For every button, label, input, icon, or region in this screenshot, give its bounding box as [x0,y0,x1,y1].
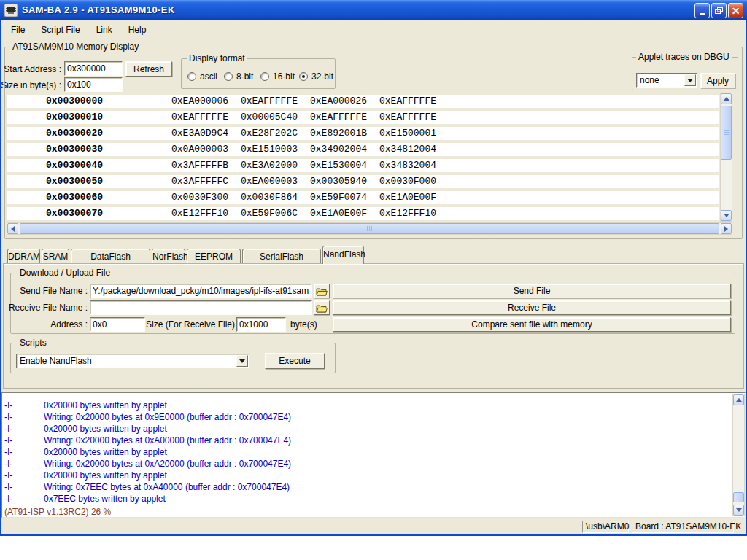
scrollbar-thumb[interactable] [20,223,719,234]
tab-dataflash[interactable]: DataFlash AT45DB/DCB [71,249,150,264]
radio-16-bit[interactable]: 16-bit [260,71,295,82]
send-file-name-label: Send File Name : [6,286,88,296]
status-bar: \usb\ARM0 Board : AT91SAM9M10-EK [1,519,746,534]
folder-open-icon [316,303,328,313]
memory-vertical-scrollbar[interactable] [720,93,732,222]
tab-norflash[interactable]: NorFlash [152,249,185,264]
radio-16bit-circle-icon [260,72,269,81]
scripts-legend: Scripts [18,338,49,348]
compare-file-button[interactable]: Compare sent file with memory [333,317,731,332]
apply-button[interactable]: Apply [700,73,735,88]
menu-item-link[interactable]: Link [88,22,120,38]
browse-receive-file-button[interactable] [314,300,330,315]
scroll-right-button[interactable] [721,223,732,234]
chevron-down-icon [239,359,245,363]
log-console: -I-0x20000 bytes written by applet -I-Wr… [1,392,746,518]
close-button[interactable]: ✕ [728,3,743,18]
receive-file-button[interactable]: Receive File [333,300,731,315]
scroll-up-button[interactable] [721,93,732,104]
send-file-name-input[interactable] [90,284,312,298]
applet-traces-value: none [640,75,659,85]
arrow-down-icon [736,508,742,512]
scroll-down-button[interactable] [721,210,732,221]
memory-horizontal-scrollbar[interactable] [7,222,732,235]
applet-traces-combobox[interactable]: none [636,73,697,88]
size-in-bytes-input[interactable] [64,77,123,92]
menu-item-script-file[interactable]: Script File [33,22,88,38]
size-for-receive-label: Size (For Receive File) : [146,319,233,330]
receive-file-name-label: Receive File Name : [6,303,88,313]
log-vertical-scrollbar[interactable] [732,394,745,516]
scripts-dropdown-button[interactable] [236,355,248,367]
table-row: 0x00300050 0x3AFFFFFC 0xEA000003 0x00305… [7,175,719,188]
table-row: 0x00300060 0x0030F300 0x0030F864 0xE59F0… [7,191,719,204]
window-border [0,534,747,536]
window-title: SAM-BA 2.9 - AT91SAM9M10-EK [22,0,175,20]
table-row: 0x00300040 0x3AFFFFFB 0xE3A02000 0xE1530… [7,159,719,172]
execute-button[interactable]: Execute [265,353,325,369]
refresh-button[interactable]: Refresh [125,61,172,77]
folder-open-icon [316,287,328,296]
browse-send-file-button[interactable] [314,284,330,298]
log-line: -I-Writing: 0x7EEC bytes at 0xA40000 (bu… [2,482,730,494]
applet-traces-legend: Applet traces on DBGU [636,52,732,62]
radio-32bit-circle-icon [299,72,308,81]
title-bar: SAM-BA 2.9 - AT91SAM9M10-EK ✕ [0,0,747,20]
download-upload-legend: Download / Upload File [18,268,112,278]
arrow-up-icon [736,398,742,402]
scripts-combobox[interactable]: Enable NandFlash [16,354,249,368]
scroll-down-button[interactable] [733,505,744,516]
address-input[interactable] [90,317,145,332]
connection-status: \usb\ARM0 [582,521,629,533]
radio-ascii-circle-icon [187,72,196,81]
scroll-up-button[interactable] [733,394,744,405]
minimize-button[interactable] [694,3,710,18]
scrollbar-thumb[interactable] [733,492,744,502]
menu-item-help[interactable]: Help [120,22,155,38]
log-line: -I-Writing: 0x20000 bytes at 0x9E0000 (b… [2,412,730,424]
samba-application-window: SAM-BA 2.9 - AT91SAM9M10-EK ✕ File Scrip… [0,0,747,536]
display-format-legend: Display format [187,53,247,63]
scroll-left-button[interactable] [7,223,18,234]
scrollbar-thumb[interactable] [721,106,732,160]
minimize-icon [700,13,705,15]
arrow-down-icon [724,214,729,217]
menu-item-file[interactable]: File [3,22,33,38]
log-line: -I-Writing: 0x20000 bytes at 0xA00000 (b… [2,435,730,447]
radio-8-bit[interactable]: 8-bit [224,71,253,82]
arrow-up-icon [724,97,729,101]
address-label: Address : [6,319,88,330]
radio-ascii[interactable]: ascii [187,71,217,82]
start-address-input[interactable] [64,61,123,76]
arrow-left-icon [11,226,15,232]
log-lines: -I-0x20000 bytes written by applet -I-Wr… [2,400,730,505]
tab-ddram[interactable]: DDRAM [7,249,40,264]
scripts-selected-value: Enable NandFlash [20,356,92,366]
log-line: -I-0x7EEC bytes written by applet [2,494,730,505]
table-row: 0x00300000 0xEA000006 0xEAFFFFFE 0xEA000… [7,95,719,108]
radio-32-bit[interactable]: 32-bit [299,71,333,82]
table-row: 0x00300070 0xE12FFF10 0xE59F006C 0xE1A0E… [7,207,719,220]
log-line: -I-0x20000 bytes written by applet [2,400,730,412]
log-line: -I-Writing: 0x20000 bytes at 0xA20000 (b… [2,459,730,470]
table-row: 0x00300010 0xEAFFFFFE 0x00005C40 0xEAFFF… [7,111,719,124]
tab-nandflash[interactable]: NandFlash [322,246,364,264]
receive-file-name-input[interactable] [90,300,312,315]
table-row: 0x00300020 0xE3A0D9C4 0xE28F202C 0xE8920… [7,127,719,140]
size-for-receive-input[interactable] [236,317,286,332]
thumb-grip-icon [724,130,729,136]
applet-traces-dropdown-button[interactable] [684,74,696,86]
bytes-unit-label: byte(s) [290,319,317,330]
tab-sram[interactable]: SRAM [42,249,69,264]
close-icon: ✕ [732,6,740,16]
menu-bar: File Script File Link Help [1,20,746,39]
log-line: -I-0x20000 bytes written by applet [2,470,730,482]
restore-button[interactable] [711,3,727,18]
tab-eeprom[interactable]: EEPROM AT24 [187,249,241,264]
chevron-down-icon [687,79,693,82]
table-row: 0x00300030 0x0A000003 0xE1510003 0x34902… [7,143,719,156]
tab-serialflash[interactable]: SerialFlash AT25/AT26 [242,249,321,264]
memory-display-legend: AT91SAM9M10 Memory Display [10,42,141,52]
arrow-right-icon [724,226,728,232]
send-file-button[interactable]: Send File [333,284,731,298]
